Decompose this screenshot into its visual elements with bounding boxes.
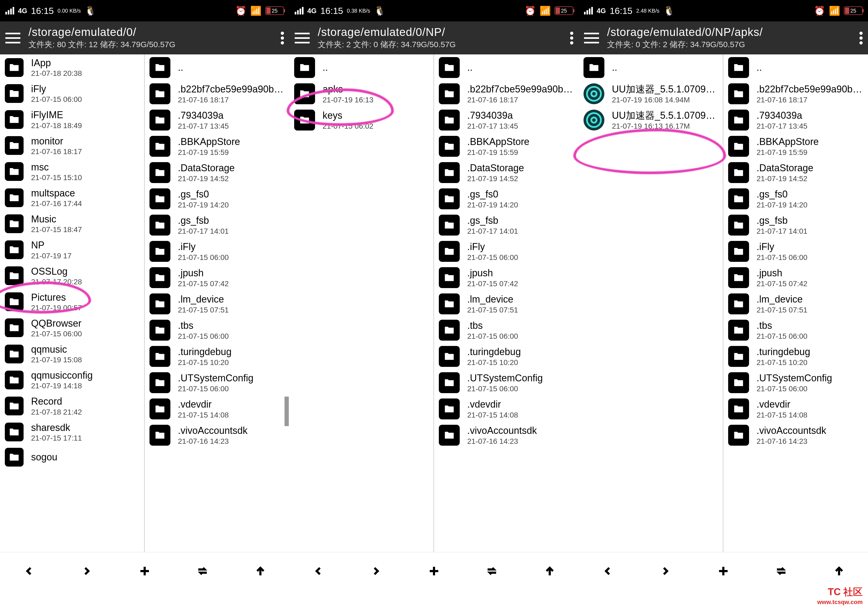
list-item[interactable]: .7934039a21-07-17 13:45: [723, 107, 868, 133]
list-item[interactable]: .DataStorage21-07-19 14:52: [434, 160, 579, 186]
list-item[interactable]: .jpush21-07-15 07:42: [145, 265, 289, 291]
menu-button[interactable]: [5, 33, 20, 43]
forward-button[interactable]: [657, 563, 674, 579]
scrollbar-thumb[interactable]: [285, 397, 289, 426]
list-item[interactable]: iFlyIME21-07-18 18:49: [0, 106, 144, 132]
right-pane[interactable]: ...b22bf7cbe59e99a90b5cefbf94f9bbfd21-07…: [434, 54, 579, 552]
list-item[interactable]: .lm_device21-07-15 07:51: [434, 291, 579, 317]
list-item[interactable]: .iFly21-07-15 06:00: [145, 238, 289, 265]
up-button[interactable]: [542, 563, 558, 579]
list-item[interactable]: .UTSystemConfig21-07-15 06:00: [145, 369, 289, 396]
list-item[interactable]: .turingdebug21-07-15 10:20: [434, 343, 579, 369]
list-item[interactable]: .tbs21-07-15 06:00: [723, 317, 868, 343]
list-item[interactable]: .lm_device21-07-15 07:51: [145, 291, 289, 317]
list-item[interactable]: .vivoAccountsdk21-07-16 14:23: [723, 422, 868, 448]
list-item[interactable]: UU加速器_5.5.1.0709.apk21-07-19 16:08 14.94…: [579, 81, 723, 107]
list-item[interactable]: .BBKAppStore21-07-19 15:59: [145, 133, 289, 160]
list-item[interactable]: .DataStorage21-07-19 14:52: [145, 160, 289, 186]
list-item[interactable]: Pictures21-07-19 00:57: [0, 289, 144, 315]
file-list[interactable]: IApp21-07-18 20:38iFly21-07-15 06:00iFly…: [0, 54, 289, 552]
list-item[interactable]: .vdevdir21-07-15 14:08: [434, 396, 579, 422]
list-item[interactable]: .jpush21-07-15 07:42: [723, 265, 868, 291]
add-button[interactable]: [426, 563, 442, 579]
swap-button[interactable]: [194, 563, 211, 579]
list-item[interactable]: .b22bf7cbe59e99a90b5cefbf94f9bbfd21-07-1…: [723, 81, 868, 107]
forward-button[interactable]: [79, 563, 95, 579]
list-item[interactable]: .7934039a21-07-17 13:45: [434, 107, 579, 133]
file-list[interactable]: ..apks21-07-19 16:13keys21-07-15 06:02 .…: [289, 54, 579, 552]
forward-button[interactable]: [368, 563, 384, 579]
list-item[interactable]: .BBKAppStore21-07-19 15:59: [434, 133, 579, 160]
list-item[interactable]: msc21-07-15 15:10: [0, 159, 144, 185]
list-item[interactable]: .tbs21-07-15 06:00: [145, 317, 289, 343]
list-item[interactable]: .jpush21-07-15 07:42: [434, 265, 579, 291]
left-pane[interactable]: ..UU加速器_5.5.1.0709.apk21-07-19 16:08 14.…: [579, 54, 723, 552]
list-item[interactable]: monitor21-07-16 18:17: [0, 133, 144, 159]
right-pane[interactable]: ...b22bf7cbe59e99a90b5cefbf94f9bbfd21-07…: [723, 54, 868, 552]
list-item[interactable]: iFly21-07-15 06:00: [0, 81, 144, 106]
list-item[interactable]: .gs_fs021-07-19 14:20: [145, 186, 289, 212]
list-item[interactable]: qqmusicconfig21-07-19 14:18: [0, 367, 144, 393]
left-pane[interactable]: ..apks21-07-19 16:13keys21-07-15 06:02: [289, 54, 434, 552]
list-item[interactable]: sharesdk21-07-15 17:11: [0, 419, 144, 445]
list-item[interactable]: OSSLog21-07-17 20:28: [0, 263, 144, 289]
list-item[interactable]: ..: [434, 54, 579, 81]
swap-button[interactable]: [773, 563, 789, 579]
menu-button[interactable]: [295, 33, 310, 43]
list-item[interactable]: .BBKAppStore21-07-19 15:59: [723, 133, 868, 160]
list-item[interactable]: qqmusic21-07-19 15:08: [0, 341, 144, 367]
list-item[interactable]: UU加速器_5.5.1.0709_kill2.apk21-07-19 16:13…: [579, 107, 723, 133]
list-item[interactable]: sogou: [0, 445, 144, 469]
list-item[interactable]: .turingdebug21-07-15 10:20: [723, 343, 868, 369]
list-item[interactable]: .gs_fs021-07-19 14:20: [434, 186, 579, 212]
list-item[interactable]: .gs_fsb21-07-17 14:01: [434, 212, 579, 238]
up-button[interactable]: [831, 563, 847, 579]
swap-button[interactable]: [484, 563, 500, 579]
list-item[interactable]: .UTSystemConfig21-07-15 06:00: [723, 369, 868, 396]
file-list[interactable]: ..UU加速器_5.5.1.0709.apk21-07-19 16:08 14.…: [579, 54, 868, 552]
list-item[interactable]: .b22bf7cbe59e99a90b5cefbf94f9bbfd21-07-1…: [145, 81, 289, 107]
list-item[interactable]: .vdevdir21-07-15 14:08: [145, 396, 289, 422]
menu-button[interactable]: [584, 33, 599, 43]
back-button[interactable]: [21, 563, 37, 579]
list-item[interactable]: .iFly21-07-15 06:00: [434, 238, 579, 265]
back-button[interactable]: [310, 563, 326, 579]
list-item[interactable]: multspace21-07-16 17:44: [0, 185, 144, 211]
list-item[interactable]: .UTSystemConfig21-07-15 06:00: [434, 369, 579, 396]
list-item[interactable]: .vivoAccountsdk21-07-16 14:23: [434, 422, 579, 448]
overflow-button[interactable]: [570, 32, 573, 45]
add-button[interactable]: [136, 563, 153, 579]
list-item[interactable]: Record21-07-18 21:42: [0, 393, 144, 419]
list-item[interactable]: IApp21-07-18 20:38: [0, 54, 144, 81]
overflow-button[interactable]: [281, 32, 284, 45]
list-item[interactable]: .tbs21-07-15 06:00: [434, 317, 579, 343]
list-item[interactable]: NP21-07-19 17: [0, 237, 144, 263]
list-item[interactable]: ..: [723, 54, 868, 81]
list-item[interactable]: apks21-07-19 16:13: [289, 81, 434, 107]
list-item[interactable]: ..: [579, 54, 723, 81]
list-item[interactable]: .7934039a21-07-17 13:45: [145, 107, 289, 133]
list-item[interactable]: .vivoAccountsdk21-07-16 14:23: [145, 422, 289, 448]
up-button[interactable]: [253, 563, 268, 579]
list-item[interactable]: .DataStorage21-07-19 14:52: [723, 160, 868, 186]
list-item[interactable]: ..: [289, 54, 434, 81]
add-button[interactable]: [715, 563, 732, 579]
back-button[interactable]: [600, 563, 615, 579]
list-item[interactable]: keys21-07-15 06:02: [289, 107, 434, 133]
list-item[interactable]: .iFly21-07-15 06:00: [723, 238, 868, 265]
list-item[interactable]: .gs_fs021-07-19 14:20: [723, 186, 868, 212]
right-pane[interactable]: ...b22bf7cbe59e99a90b5cefbf94f9bbfd21-07…: [145, 54, 289, 552]
list-item[interactable]: .turingdebug21-07-15 10:20: [145, 343, 289, 369]
list-item[interactable]: .vdevdir21-07-15 14:08: [723, 396, 868, 422]
list-item[interactable]: ..: [145, 54, 289, 81]
list-item[interactable]: .gs_fsb21-07-17 14:01: [145, 212, 289, 238]
list-item[interactable]: QQBrowser21-07-15 06:00: [0, 315, 144, 341]
list-item[interactable]: .b22bf7cbe59e99a90b5cefbf94f9bbfd21-07-1…: [434, 81, 579, 107]
left-pane[interactable]: IApp21-07-18 20:38iFly21-07-15 06:00iFly…: [0, 54, 145, 552]
path-text[interactable]: /storage/emulated/0/: [28, 26, 273, 39]
path-text[interactable]: /storage/emulated/0/NP/: [318, 26, 562, 39]
list-item[interactable]: .lm_device21-07-15 07:51: [723, 291, 868, 317]
overflow-button[interactable]: [859, 32, 863, 45]
list-item[interactable]: .gs_fsb21-07-17 14:01: [723, 212, 868, 238]
list-item[interactable]: Music21-07-15 18:47: [0, 211, 144, 237]
